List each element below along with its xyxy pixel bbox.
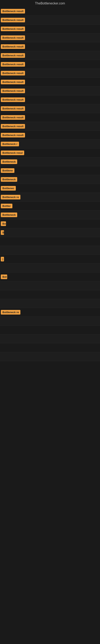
list-item[interactable]: Bottleneck result: [0, 34, 100, 42]
bottleneck-result-badge[interactable]: Bottleneck result: [1, 44, 25, 49]
bottleneck-result-badge[interactable]: Bottler: [1, 204, 12, 208]
list-item[interactable]: |: [0, 255, 100, 264]
bottleneck-result-badge[interactable]: Bottleneck re: [1, 195, 20, 200]
list-item[interactable]: B: [0, 228, 100, 237]
list-item[interactable]: Bottleneck r: [0, 140, 100, 148]
bottleneck-result-badge[interactable]: |: [1, 257, 4, 262]
list-item[interactable]: Bottleneck result: [0, 96, 100, 104]
bottleneck-result-badge[interactable]: Bot: [1, 274, 7, 279]
list-item[interactable]: Bottleneck re: [0, 308, 100, 317]
bottleneck-result-badge[interactable]: Bottleneck result: [1, 62, 25, 66]
bottleneck-result-badge[interactable]: Bottleneck result: [1, 53, 25, 58]
bottleneck-result-badge[interactable]: Bo: [1, 222, 6, 226]
list-item[interactable]: [0, 343, 100, 352]
bottleneck-result-badge[interactable]: Bottleneck result: [1, 9, 25, 14]
list-item[interactable]: [0, 352, 100, 361]
site-title-container: TheBottlenecker.com: [0, 0, 100, 7]
bottleneck-result-badge[interactable]: Bottleneck result: [1, 18, 25, 22]
bottleneck-result-badge[interactable]: Bottleneck result: [1, 26, 25, 31]
bottleneck-result-badge[interactable]: Bottleneck result: [1, 124, 25, 128]
list-item[interactable]: Bottlenec: [0, 184, 100, 193]
bottleneck-result-badge[interactable]: Bottlene: [1, 168, 14, 173]
list-item[interactable]: [0, 264, 100, 272]
list-item[interactable]: Bottleneck result: [0, 7, 100, 16]
bottleneck-result-badge[interactable]: Bottlenec: [1, 186, 16, 190]
list-item[interactable]: Bottleneck result: [0, 16, 100, 24]
list-item[interactable]: Bottleneck result: [0, 51, 100, 60]
bottleneck-result-badge[interactable]: Bottleneck result: [1, 115, 25, 120]
list-item[interactable]: Bottleneck: [0, 158, 100, 166]
bottleneck-result-badge[interactable]: Bottleneck result: [1, 88, 25, 93]
list-item[interactable]: Bottleneck result: [0, 122, 100, 131]
bottleneck-result-badge[interactable]: Bottleneck: [1, 160, 17, 164]
bottleneck-result-badge[interactable]: Bottleneck result: [1, 98, 25, 102]
bottleneck-result-badge[interactable]: Bottleneck result: [1, 71, 25, 76]
bottleneck-result-badge[interactable]: Bottleneck result: [1, 80, 25, 84]
list-item[interactable]: Bottleneck result: [0, 60, 100, 69]
list-item[interactable]: [0, 290, 100, 299]
bottleneck-result-badge[interactable]: Bottleneck result: [1, 133, 25, 138]
list-item[interactable]: [0, 326, 100, 334]
list-item[interactable]: Bo: [0, 219, 100, 228]
bottleneck-result-badge[interactable]: Bottleneck result: [1, 36, 25, 40]
bottleneck-result-badge[interactable]: Bottleneck resul: [1, 150, 24, 155]
list-item[interactable]: Bottleneck result: [0, 24, 100, 34]
bottleneck-result-badge[interactable]: B: [1, 230, 4, 235]
list-item[interactable]: [0, 237, 100, 246]
bottleneck-result-badge[interactable]: Bottleneck: [1, 212, 17, 217]
site-title: TheBottlenecker.com: [0, 0, 100, 7]
list-item[interactable]: [0, 334, 100, 343]
list-item[interactable]: Bottleneck result: [0, 113, 100, 122]
list-item[interactable]: [0, 246, 100, 255]
list-item[interactable]: Bottleneck re: [0, 193, 100, 202]
bottleneck-result-badge[interactable]: Bottleneck result: [1, 106, 25, 111]
list-item[interactable]: Bottleneck result: [0, 42, 100, 51]
list-item[interactable]: Bottleneck: [0, 210, 100, 219]
list-item[interactable]: Bottleneck result: [0, 104, 100, 113]
bottleneck-result-badge[interactable]: Bottleneck r: [1, 142, 19, 146]
bottleneck-result-badge[interactable]: Bottleneck re: [1, 310, 20, 314]
list-item[interactable]: Bottleneck resul: [0, 148, 100, 158]
results-list: Bottleneck resultBottleneck resultBottle…: [0, 7, 100, 361]
bottleneck-result-badge[interactable]: Bottleneck: [1, 177, 17, 182]
list-item[interactable]: [0, 281, 100, 290]
list-item[interactable]: Bottler: [0, 202, 100, 210]
list-item[interactable]: [0, 317, 100, 326]
list-item[interactable]: Bottleneck result: [0, 78, 100, 86]
list-item[interactable]: Bottleneck result: [0, 131, 100, 140]
list-item[interactable]: [0, 299, 100, 308]
list-item[interactable]: Bot: [0, 272, 100, 281]
list-item[interactable]: Bottlene: [0, 166, 100, 175]
list-item[interactable]: Bottleneck result: [0, 69, 100, 78]
list-item[interactable]: Bottleneck result: [0, 86, 100, 96]
list-item[interactable]: Bottleneck: [0, 175, 100, 184]
